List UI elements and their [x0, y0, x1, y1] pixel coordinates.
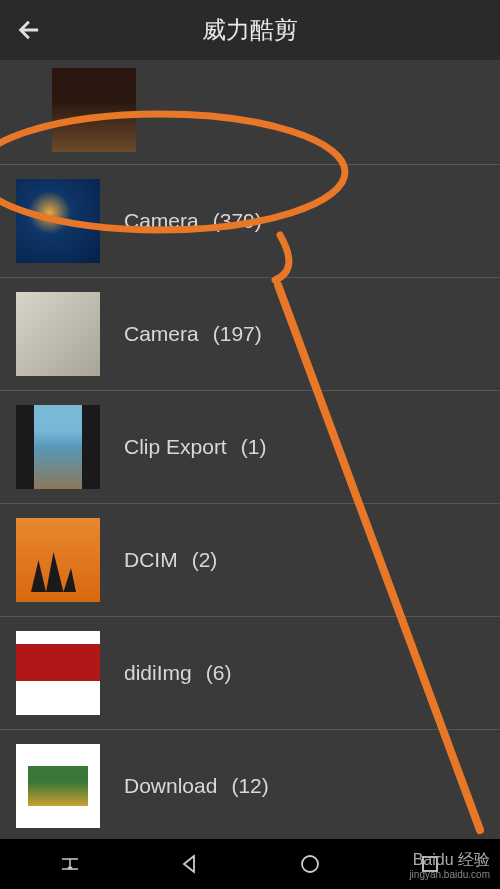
page-title: 威力酷剪 — [202, 14, 298, 46]
folder-thumbnail — [16, 292, 100, 376]
folder-info: Camera (379) — [124, 209, 262, 233]
watermark: Baidu 经验 jingyan.baidu.com — [409, 850, 490, 881]
watermark-url: jingyan.baidu.com — [409, 869, 490, 881]
folder-info: didiImg (6) — [124, 661, 231, 685]
folder-thumbnail — [52, 68, 136, 152]
folder-name: Camera — [124, 209, 199, 233]
folder-thumbnail — [16, 631, 100, 715]
folder-row-partial[interactable] — [0, 60, 500, 165]
folder-thumbnail — [16, 744, 100, 828]
folder-row[interactable]: didiImg (6) — [0, 617, 500, 730]
nav-back-button[interactable] — [170, 844, 210, 884]
folder-row[interactable]: Camera (197) — [0, 278, 500, 391]
folder-count: (6) — [206, 661, 232, 685]
back-button[interactable] — [16, 16, 44, 44]
folder-thumbnail — [16, 518, 100, 602]
folder-row[interactable]: Camera (379) — [0, 165, 500, 278]
folder-row[interactable]: Download (12) — [0, 730, 500, 839]
nav-home-button[interactable] — [290, 844, 330, 884]
folder-name: Download — [124, 774, 217, 798]
folder-info: Clip Export (1) — [124, 435, 266, 459]
folder-name: Camera — [124, 322, 199, 346]
folder-name: DCIM — [124, 548, 178, 572]
folder-list[interactable]: Camera (379) Camera (197) Clip Export (1… — [0, 60, 500, 839]
folder-info: DCIM (2) — [124, 548, 217, 572]
folder-count: (197) — [213, 322, 262, 346]
folder-count: (12) — [231, 774, 268, 798]
folder-name: Clip Export — [124, 435, 227, 459]
folder-name: didiImg — [124, 661, 192, 685]
svg-point-1 — [302, 856, 318, 872]
folder-count: (1) — [241, 435, 267, 459]
folder-info: Download (12) — [124, 774, 269, 798]
folder-row[interactable]: DCIM (2) — [0, 504, 500, 617]
folder-thumbnail — [16, 405, 100, 489]
navigation-bar: Baidu 经验 jingyan.baidu.com — [0, 839, 500, 889]
folder-count: (379) — [213, 209, 262, 233]
nav-menu-button[interactable] — [50, 844, 90, 884]
folder-row[interactable]: Clip Export (1) — [0, 391, 500, 504]
folder-thumbnail — [16, 179, 100, 263]
header: 威力酷剪 — [0, 0, 500, 60]
folder-info: Camera (197) — [124, 322, 262, 346]
watermark-brand: Baidu 经验 — [409, 850, 490, 869]
folder-count: (2) — [192, 548, 218, 572]
